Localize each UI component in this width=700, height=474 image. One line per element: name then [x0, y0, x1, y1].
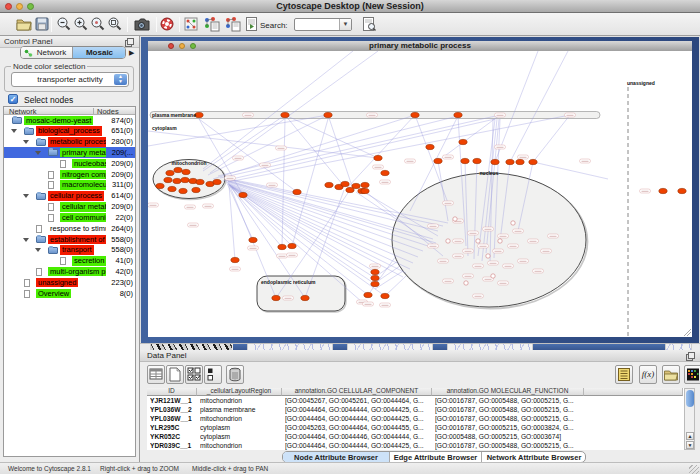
network-grid-icon[interactable]: [184, 16, 199, 32]
table-scrollbar[interactable]: ▲ ▼: [684, 388, 695, 450]
small-node-outline: [491, 274, 495, 278]
column-header-annotation.GO CELLULAR_COMPONENT[interactable]: annotation.GO CELLULAR_COMPONENT: [282, 388, 432, 396]
tree-row-macromolecule[interactable]: macromolecule311(0): [4, 180, 135, 191]
float-data-panel-icon[interactable]: [686, 352, 695, 361]
expand-arrow-icon[interactable]: [23, 140, 29, 144]
table-cell: mitochondrion: [200, 396, 280, 405]
table-row-YPL036W__1[interactable]: YPL036W__1mitochondrion[GO:0044464, GO:0…: [147, 414, 683, 423]
formula-fx-icon[interactable]: f(x): [639, 365, 657, 384]
folder-icon: [36, 193, 46, 200]
tree-row-cellular-process[interactable]: cellular process614(0): [4, 191, 135, 202]
delete-attribute-icon[interactable]: [226, 365, 244, 384]
tab-mosaic[interactable]: Mosaic: [73, 47, 126, 59]
document-arrow-icon[interactable]: [245, 16, 259, 32]
tree-row-biological-process[interactable]: biological_process651(0): [4, 126, 135, 137]
tree-row-mosaic-demo-yeast[interactable]: mosaic-demo-yeast874(0): [4, 115, 135, 126]
expand-arrow-icon[interactable]: [23, 194, 29, 198]
expand-arrow-icon[interactable]: [11, 129, 17, 133]
attribute-batch-icon[interactable]: [615, 365, 633, 384]
network-view-window[interactable]: primary metabolic process plasma membran…: [141, 37, 699, 343]
table-row-YJR121W__1[interactable]: YJR121W__1mitochondrion[GO:0045267, GO:0…: [147, 396, 683, 405]
expand-arrow-icon[interactable]: [23, 238, 29, 242]
search-dropdown-arrow[interactable]: ▼: [339, 19, 351, 30]
network-node: [516, 159, 524, 164]
float-panel-icon[interactable]: [125, 38, 134, 47]
network-window-titlebar[interactable]: primary metabolic process: [148, 41, 692, 51]
close-window-button[interactable]: [5, 3, 12, 10]
column-header-empty[interactable]: [584, 388, 683, 396]
tree-row-overview[interactable]: Overview8(0): [4, 288, 135, 299]
tab-network[interactable]: Network: [21, 47, 73, 59]
tree-row-nucleobase-containing[interactable]: nucleobase-containing209(0): [4, 158, 135, 169]
window-resize-grip[interactable]: [689, 465, 699, 474]
file-icon: [36, 268, 42, 276]
expand-arrow-icon[interactable]: [35, 151, 41, 155]
column-header-_cellularLayoutRegion[interactable]: _cellularLayoutRegion: [197, 388, 282, 396]
network-node: [182, 169, 190, 174]
export-image-icon[interactable]: [133, 16, 151, 32]
network-node: [231, 257, 239, 262]
unselect-attributes-icon[interactable]: [204, 365, 222, 384]
network-tree-header: Network Nodes: [4, 107, 135, 115]
tree-row-response-to-stimulus[interactable]: response to stimulus264(0): [4, 223, 135, 234]
network-node: [288, 243, 296, 248]
tree-row-nitrogen-compound[interactable]: nitrogen compound209(0): [4, 169, 135, 180]
region-label: nucleus: [480, 170, 499, 176]
scroll-up-arrow[interactable]: ▲: [686, 432, 694, 440]
table-row-YLR295C[interactable]: YLR295Ccytoplasm[GO:0045263, GO:0044464,…: [147, 423, 683, 432]
scrollbar-thumb[interactable]: [686, 390, 694, 407]
select-attributes-icon[interactable]: [185, 365, 203, 384]
column-header-annotation.GO MOLECULAR_FUNCTION[interactable]: annotation.GO MOLECULAR_FUNCTION: [432, 388, 584, 396]
toolbar-separator: [127, 17, 128, 32]
tree-row-primary-metabolic-process[interactable]: primary metabolic process209(...: [4, 147, 135, 158]
import-network-icon[interactable]: [203, 16, 220, 32]
import-attributes-icon[interactable]: [662, 365, 680, 384]
network-maximize-button[interactable]: [190, 43, 196, 49]
tab-overflow-arrow[interactable]: ▶: [129, 49, 134, 57]
zoom-out-icon[interactable]: [56, 16, 72, 32]
table-row-YKR052C[interactable]: YKR052Ccytoplasm[GO:0044464, GO:0044446,…: [147, 432, 683, 441]
tree-row-cellular-metabolic[interactable]: cellular metabolic209(0): [4, 202, 135, 213]
tree-row-label: nitrogen compound: [60, 170, 106, 180]
select-nodes-checkbox[interactable]: ✓: [8, 94, 18, 104]
import-table-icon[interactable]: [224, 16, 241, 32]
search-document-icon[interactable]: [362, 16, 377, 32]
tree-row-transport[interactable]: transport558(0): [4, 245, 135, 256]
column-header-ID[interactable]: ID: [147, 388, 197, 396]
matrix-view-icon[interactable]: [684, 365, 700, 384]
attribute-grid-icon[interactable]: [147, 365, 165, 384]
node-color-dropdown[interactable]: transporter activity ▲▼: [11, 72, 129, 87]
tree-row-metabolic-process[interactable]: metabolic process280(0): [4, 137, 135, 148]
window-title: Cytoscape Desktop (New Session): [276, 1, 424, 11]
network-minimize-button[interactable]: [179, 43, 185, 49]
tree-row-cell-communication[interactable]: cell communication22(0): [4, 212, 135, 223]
table-row-YPL036W__2[interactable]: YPL036W__2plasma membrane[GO:0044464, GO…: [147, 405, 683, 414]
zoom-in-icon[interactable]: [73, 16, 89, 32]
minimize-window-button[interactable]: [16, 3, 23, 10]
region-label: cytoplasm: [152, 125, 177, 131]
attribute-table[interactable]: ID_cellularLayoutRegionannotation.GO CEL…: [147, 388, 684, 450]
network-node: [678, 188, 686, 193]
window-titlebar[interactable]: Cytoscape Desktop (New Session): [0, 0, 700, 13]
zoom-fit-icon[interactable]: [107, 16, 123, 32]
tree-row-unassigned[interactable]: unassigned223(0): [4, 277, 135, 288]
tree-row-establishment-of-loc[interactable]: establishment of loc558(0): [4, 234, 135, 245]
network-canvas[interactable]: plasma membranecytoplasmmitochondrionnuc…: [148, 51, 692, 337]
open-folder-icon[interactable]: [16, 16, 32, 32]
search-input[interactable]: ▼: [294, 18, 352, 31]
edge: [285, 115, 343, 185]
tree-row-multi-organism-proc[interactable]: multi-organism proc42(0): [4, 266, 135, 277]
save-icon[interactable]: [35, 16, 50, 32]
zoom-selected-icon[interactable]: [90, 16, 106, 32]
network-close-button[interactable]: [168, 43, 174, 49]
tree-row-secretion[interactable]: secretion41(0): [4, 256, 135, 267]
help-ring-icon[interactable]: [160, 16, 175, 32]
network-window-title: primary metabolic process: [369, 41, 471, 50]
maximize-window-button[interactable]: [27, 3, 34, 10]
expand-arrow-icon[interactable]: [35, 248, 41, 252]
table-cell: cytoplasm: [200, 423, 280, 432]
table-cell: mitochondrion: [200, 414, 280, 423]
network-node: [426, 144, 434, 149]
new-attribute-icon[interactable]: [166, 365, 184, 384]
edge: [223, 119, 495, 181]
